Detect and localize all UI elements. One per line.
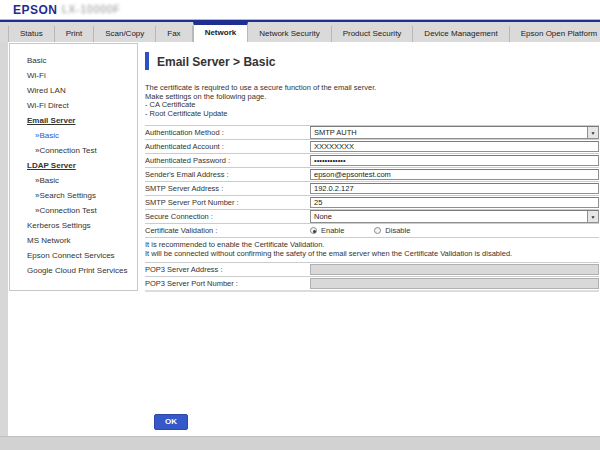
epson-logo: EPSON bbox=[13, 3, 58, 17]
sidebar-item-email-server-connection-test[interactable]: »Connection Test bbox=[10, 143, 137, 158]
radio-button-icon[interactable] bbox=[374, 227, 381, 234]
pop3-server-address-input bbox=[310, 264, 599, 275]
certificate-validation-radio-group: Enable Disable bbox=[310, 226, 599, 235]
field-label: SMTP Server Address : bbox=[145, 184, 310, 193]
page-description: The certificate is required to use a sec… bbox=[145, 84, 599, 118]
form-row-smtp-server-address: SMTP Server Address : bbox=[145, 181, 599, 195]
authentication-method-select[interactable]: SMTP AUTH ▼ bbox=[310, 126, 599, 139]
selected-value: SMTP AUTH bbox=[311, 127, 598, 138]
form-row-pop3-server-port-number: POP3 Server Port Number : bbox=[145, 276, 599, 290]
form-row-authenticated-password: Authenticated Password : bbox=[145, 153, 599, 167]
sidebar-item-email-server-basic[interactable]: »Basic bbox=[10, 128, 137, 143]
field-label: Authenticated Account : bbox=[145, 142, 310, 151]
sidebar-item-basic[interactable]: Basic bbox=[10, 53, 137, 68]
description-line: - Root Certificate Update bbox=[145, 110, 599, 119]
page-title-text: Email Server > Basic bbox=[157, 52, 275, 70]
chevron-down-icon[interactable]: ▼ bbox=[587, 127, 598, 138]
form-row-secure-connection: Secure Connection : None ▼ bbox=[145, 209, 599, 223]
form-row-certificate-validation: Certificate Validation : Enable Disable bbox=[145, 223, 599, 237]
sidebar-group-email-server[interactable]: Email Server bbox=[10, 113, 137, 128]
form-row-authenticated-account: Authenticated Account : bbox=[145, 139, 599, 153]
sidebar-item-wifi-direct[interactable]: Wi-Fi Direct bbox=[10, 98, 137, 113]
content-panel: Basic Wi-Fi Wired LAN Wi-Fi Direct Email… bbox=[8, 42, 600, 437]
tab-print[interactable]: Print bbox=[55, 26, 94, 42]
tab-status[interactable]: Status bbox=[8, 26, 55, 42]
radio-option-disable[interactable]: Disable bbox=[374, 226, 410, 235]
sidebar-group-ldap-server[interactable]: LDAP Server bbox=[10, 158, 137, 173]
chevron-down-icon[interactable]: ▼ bbox=[587, 211, 598, 222]
radio-button-icon[interactable] bbox=[310, 227, 317, 234]
senders-email-address-input[interactable] bbox=[310, 169, 599, 180]
sidebar-item-ms-network[interactable]: MS Network bbox=[10, 233, 137, 248]
footer-bar bbox=[0, 436, 600, 450]
tab-device-management[interactable]: Device Management bbox=[413, 26, 509, 42]
field-label: POP3 Server Address : bbox=[145, 265, 310, 274]
smtp-server-port-number-input[interactable] bbox=[310, 197, 599, 208]
form-row-senders-email-address: Sender's Email Address : bbox=[145, 167, 599, 181]
field-label: Sender's Email Address : bbox=[145, 170, 310, 179]
title-accent-bar bbox=[145, 52, 149, 70]
authenticated-account-input[interactable] bbox=[310, 141, 599, 152]
sidebar-item-ldap-connection-test[interactable]: »Connection Test bbox=[10, 203, 137, 218]
tab-fax[interactable]: Fax bbox=[156, 26, 192, 42]
tab-product-security[interactable]: Product Security bbox=[332, 26, 414, 42]
certificate-validation-note: It is recommended to enable the Certific… bbox=[145, 241, 599, 258]
field-label: POP3 Server Port Number : bbox=[145, 279, 310, 288]
tab-epson-open-platform[interactable]: Epson Open Platform bbox=[510, 26, 600, 42]
sidebar-item-epson-connect-services[interactable]: Epson Connect Services bbox=[10, 248, 137, 263]
pop3-server-port-number-input bbox=[310, 278, 599, 289]
ok-button[interactable]: OK bbox=[154, 414, 188, 430]
header: EPSON LX-10000F bbox=[0, 0, 600, 20]
main-area: Email Server > Basic The certificate is … bbox=[145, 42, 599, 292]
radio-option-enable[interactable]: Enable bbox=[310, 226, 344, 235]
page-title: Email Server > Basic bbox=[145, 52, 599, 70]
form-row-smtp-server-port-number: SMTP Server Port Number : bbox=[145, 195, 599, 209]
field-label: SMTP Server Port Number : bbox=[145, 198, 310, 207]
email-server-form: Authentication Method : SMTP AUTH ▼ Auth… bbox=[145, 125, 599, 238]
sidebar-item-kerberos-settings[interactable]: Kerberos Settings bbox=[10, 218, 137, 233]
form-row-pop3-server-address: POP3 Server Address : bbox=[145, 262, 599, 276]
smtp-server-address-input[interactable] bbox=[310, 183, 599, 194]
form-row-authentication-method: Authentication Method : SMTP AUTH ▼ bbox=[145, 125, 599, 139]
authenticated-password-input[interactable] bbox=[310, 155, 599, 166]
sidebar-item-google-cloud-print-services[interactable]: Google Cloud Print Services bbox=[10, 263, 137, 278]
field-label: Authenticated Password : bbox=[145, 156, 310, 165]
tab-network[interactable]: Network bbox=[193, 22, 249, 42]
sidebar-item-ldap-search-settings[interactable]: »Search Settings bbox=[10, 188, 137, 203]
secure-connection-select[interactable]: None ▼ bbox=[310, 210, 599, 223]
description-line: Make settings on the following page. bbox=[145, 93, 599, 102]
tab-network-security[interactable]: Network Security bbox=[248, 26, 331, 42]
sidebar-nav: Basic Wi-Fi Wired LAN Wi-Fi Direct Email… bbox=[9, 43, 138, 291]
radio-label: Enable bbox=[321, 226, 344, 235]
tab-scan-copy[interactable]: Scan/Copy bbox=[94, 26, 156, 42]
pop3-form: POP3 Server Address : POP3 Server Port N… bbox=[145, 262, 599, 292]
field-label: Certificate Validation : bbox=[145, 226, 310, 235]
tab-bar: Status Print Scan/Copy Fax Network Netwo… bbox=[0, 22, 600, 42]
field-label: Secure Connection : bbox=[145, 212, 310, 221]
selected-value: None bbox=[311, 211, 598, 222]
radio-label: Disable bbox=[385, 226, 410, 235]
sidebar-item-wired-lan[interactable]: Wired LAN bbox=[10, 83, 137, 98]
sidebar-item-wifi[interactable]: Wi-Fi bbox=[10, 68, 137, 83]
note-line: It will be connected without confirming … bbox=[145, 250, 599, 259]
field-label: Authentication Method : bbox=[145, 128, 310, 137]
sidebar-item-ldap-basic[interactable]: »Basic bbox=[10, 173, 137, 188]
printer-model-name: LX-10000F bbox=[62, 4, 120, 15]
